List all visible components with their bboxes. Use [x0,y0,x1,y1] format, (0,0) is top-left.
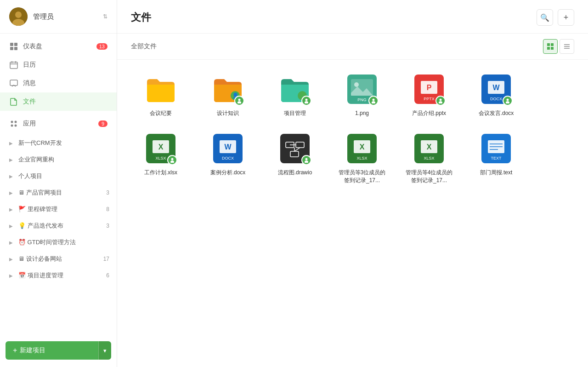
file-item-project-mgmt[interactable]: 项目管理 [265,69,325,121]
expand-arrow-icon: ▶ [9,206,15,212]
expand-arrow-icon: ▶ [9,223,15,229]
user-badge [234,96,244,106]
svg-point-40 [440,99,442,101]
sidebar-item-personal[interactable]: ▶ 个人项目 [0,168,117,184]
svg-point-41 [439,101,442,103]
sidebar-item-apps[interactable]: 应用 9 [0,115,117,133]
file-name: 案例分析.docx [210,169,246,177]
list-view-icon [563,43,571,50]
svg-rect-6 [14,47,17,50]
expand-arrow-icon: ▶ [9,157,15,162]
svg-point-12 [11,121,13,123]
sidebar-item-milestone[interactable]: ▶ 🚩 里程碑管理 8 [0,201,117,218]
sidebar-item-messages[interactable]: 消息 [0,74,117,92]
file-icon-wrap [278,73,311,106]
user-badge [503,96,513,106]
file-item-dept-text[interactable]: TEXT 部门周报.text [466,128,526,188]
file-icon-folder-yellow [144,73,177,106]
user-badge [167,155,177,165]
svg-point-52 [171,158,174,160]
file-item-meeting-notes[interactable]: 会议纪要 [131,69,191,121]
file-icon-wrap: W DOCX [211,132,244,165]
new-project-dropdown-button[interactable]: ▾ [98,341,111,360]
svg-text:PPTX: PPTX [424,97,435,101]
svg-text:X: X [427,143,432,151]
sidebar-item-website[interactable]: ▶ 企业官网重构 [0,151,117,168]
svg-text:DOCX: DOCX [222,156,234,161]
sidebar-item-dashboard[interactable]: 仪表盘 13 [0,37,117,56]
list-view-button[interactable] [560,39,574,54]
file-item-sign3-xlsx[interactable]: X XLSX 管理员等3位成员的签到记录_17... [332,128,392,188]
chevron-updown-icon: ⇅ [103,13,107,20]
file-icon-wrap: PNG [345,73,379,106]
svg-point-65 [305,158,308,160]
user-header[interactable]: 管理员 ⇅ [0,0,117,34]
file-item-design-knowledge[interactable]: 👤 设计知识 [198,69,258,121]
calendar-icon [9,60,18,69]
file-item-product-pptx[interactable]: P PPTX 产品介绍.pptx [399,69,459,121]
file-item-case-docx[interactable]: W DOCX 案例分析.docx [198,128,258,188]
sidebar-item-files[interactable]: 文件 [0,92,117,111]
svg-point-1 [15,11,22,18]
svg-rect-4 [14,43,17,46]
sidebar-item-design[interactable]: ▶ 🖥 设计必备网站 17 [0,251,117,267]
svg-point-13 [15,121,17,123]
project-count: 17 [103,256,109,262]
file-icon-wrap: X XLSX [413,132,446,165]
file-grid: 会议纪要 👤 设计知识 [117,60,588,367]
file-name: 项目管理 [284,109,306,117]
file-item-image-png[interactable]: PNG 1.png [332,69,392,121]
sidebar-item-crm[interactable]: ▶ 新一代CRM开发 [0,135,117,151]
file-name: 管理员等3位成员的签到记录_17... [337,169,387,184]
svg-point-35 [372,101,375,103]
sidebar-item-iteration[interactable]: ▶ 💡 产品迭代发布 3 [0,218,117,234]
user-badge [301,155,311,165]
file-name: 会议纪要 [150,109,172,117]
svg-text:DOCX: DOCX [490,97,502,101]
view-toggle [543,39,574,54]
file-icon-wrap [278,132,311,165]
project-count: 3 [106,189,109,196]
svg-rect-19 [551,47,554,50]
sidebar-item-progress[interactable]: ▶ 📅 项目进度管理 6 [0,267,117,284]
file-name: 部门周报.text [480,169,513,177]
message-icon [9,79,18,88]
file-icon-wrap: X XLSX [345,132,379,165]
new-project-button[interactable]: + 新建项目 [6,341,98,360]
svg-point-66 [305,161,308,163]
project-label: 新一代CRM开发 [18,139,109,147]
expand-arrow-icon: ▶ [9,140,15,146]
svg-rect-16 [547,43,550,46]
new-project-label: 新建项目 [20,346,45,355]
file-icon-word-blue2: W DOCX [211,132,244,165]
svg-text:W: W [224,143,232,151]
nav-section: 仪表盘 13 日历 消息 [0,34,117,115]
expand-arrow-icon: ▶ [9,256,15,262]
file-name: 会议发言.docx [479,109,514,117]
file-name: 流程图.drawio [278,169,312,177]
add-button[interactable]: + [558,9,574,26]
search-button[interactable]: 🔍 [537,9,553,26]
sidebar-item-gtd[interactable]: ▶ ⏰ GTD时间管理方法 [0,234,117,251]
file-icon-excel-green2: X XLSX [345,132,379,165]
file-item-flow-drawio[interactable]: 流程图.drawio [265,128,325,188]
user-badge [301,96,311,106]
plus-icon: + [13,346,17,355]
grid-view-button[interactable] [543,39,558,54]
svg-rect-5 [10,47,13,50]
file-icon-wrap: TEXT [480,132,513,165]
calendar-label: 日历 [23,61,36,69]
file-item-sign4-xlsx[interactable]: X XLSX 管理员等4位成员的签到记录_17... [399,128,459,188]
svg-text:X: X [158,143,164,151]
file-item-meeting-docx[interactable]: W DOCX 会议发言.docx [466,69,526,121]
toolbar: 全部文件 [117,34,588,60]
sidebar-item-product-website[interactable]: ▶ 🖥 产品官网项目 3 [0,184,117,201]
file-item-work-xlsx[interactable]: X XLSX 工作计划.xlsx [131,128,191,188]
svg-point-26 [237,101,241,103]
sidebar-item-calendar[interactable]: 日历 [0,56,117,74]
user-name: 管理员 [33,12,103,21]
user-badge [435,96,446,106]
file-name: 设计知识 [217,109,239,117]
user-badge [368,96,379,106]
svg-point-34 [373,99,375,101]
